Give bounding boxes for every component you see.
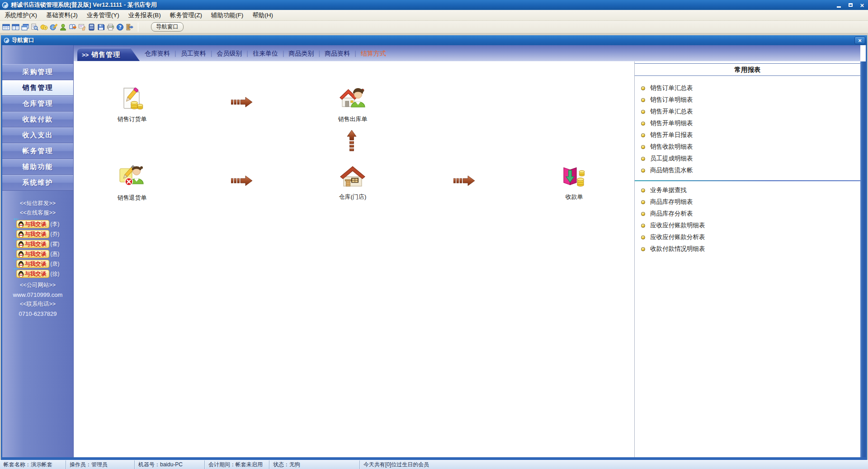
flow-node-label: 仓库(门店) bbox=[319, 193, 387, 201]
report-item[interactable]: 销售开单日报表 bbox=[635, 129, 860, 141]
speech-dots-icon bbox=[14, 268, 19, 272]
report-item-label: 商品销售流水帐 bbox=[650, 166, 693, 174]
status-operator: 操作员：管理员 bbox=[66, 460, 135, 469]
globe-edit-icon[interactable] bbox=[49, 22, 58, 33]
tab-link-warehouse-data[interactable]: 仓库资料 bbox=[142, 50, 179, 58]
online-service-link[interactable]: <<在线客服>> bbox=[2, 208, 73, 218]
book-export-icon[interactable] bbox=[68, 22, 77, 33]
menu-help[interactable]: 帮助(H) bbox=[248, 10, 278, 21]
qq-chat-button[interactable]: 与我交谈 bbox=[16, 250, 49, 258]
bullet-icon bbox=[641, 247, 645, 251]
bullet-icon bbox=[641, 200, 645, 204]
coins-icon[interactable] bbox=[39, 22, 49, 33]
bullet-icon bbox=[641, 133, 645, 137]
menu-business-management[interactable]: 业务管理(Y) bbox=[82, 10, 124, 21]
calculator-icon[interactable] bbox=[87, 22, 96, 33]
report-item[interactable]: 销售订单汇总表 bbox=[635, 82, 860, 94]
close-button[interactable]: × bbox=[856, 0, 868, 10]
hand-edit-icon[interactable] bbox=[77, 22, 87, 33]
bullet-icon bbox=[641, 145, 645, 149]
search-doc-icon[interactable] bbox=[30, 22, 39, 33]
speech-dots-icon bbox=[14, 258, 19, 262]
flow-node-warehouse-store[interactable]: 仓库(门店) bbox=[319, 165, 387, 201]
report-item[interactable]: 销售收款明细表 bbox=[635, 141, 860, 153]
minimize-button[interactable] bbox=[833, 0, 844, 10]
report-item-label: 销售开单日报表 bbox=[650, 131, 693, 139]
report-item[interactable]: 商品销售流水帐 bbox=[635, 164, 860, 176]
speech-dots-icon bbox=[14, 218, 19, 222]
report-item-label: 收款付款情况明细表 bbox=[650, 245, 705, 253]
windows-icon[interactable] bbox=[20, 22, 30, 33]
sidebar-item-system[interactable]: 系统维护 bbox=[2, 175, 73, 191]
window-title: 精诚书店连锁管理系统[普及版] Ver12.1111 - 某书店专用 bbox=[11, 1, 157, 9]
print-icon[interactable] bbox=[106, 22, 115, 33]
report-item[interactable]: 业务单据查找 bbox=[635, 184, 860, 196]
status-dongle-state: 状态：无狗 bbox=[269, 460, 360, 469]
qq-chat-button[interactable]: 与我交谈 bbox=[16, 230, 49, 238]
flow-node-sales-return[interactable]: 销售退货单 bbox=[98, 165, 166, 202]
flow-node-sales-outbound[interactable]: 销售出库单 bbox=[319, 86, 387, 123]
menu-base-data[interactable]: 基础资料(J) bbox=[42, 10, 82, 21]
grid-icon[interactable] bbox=[1, 22, 11, 33]
menu-business-reports[interactable]: 业务报表(B) bbox=[124, 10, 165, 21]
flow-node-receipt[interactable]: 收款单 bbox=[540, 165, 608, 201]
help-icon[interactable]: ? bbox=[115, 22, 125, 33]
report-item[interactable]: 商品库存明细表 bbox=[635, 196, 860, 208]
form-icon[interactable] bbox=[11, 22, 20, 33]
sales-order-icon bbox=[120, 86, 144, 112]
tab-sales-management[interactable]: >> 销售管理 bbox=[77, 48, 140, 61]
sidebar-item-income-expense[interactable]: 收入支出 bbox=[2, 127, 73, 143]
report-item[interactable]: 销售订单明细表 bbox=[635, 94, 860, 106]
reports-title: 常用报表 bbox=[635, 64, 860, 75]
tab-link-member-level[interactable]: 会员级别 bbox=[214, 50, 250, 58]
qq-contact-name: (乔) bbox=[51, 230, 60, 238]
report-item[interactable]: 收款付款情况明细表 bbox=[635, 243, 860, 255]
exit-icon[interactable] bbox=[125, 22, 134, 33]
save-icon[interactable] bbox=[96, 22, 106, 33]
qq-chat-button[interactable]: 与我交谈 bbox=[16, 240, 49, 248]
tab-link-product-data[interactable]: 商品资料 bbox=[322, 50, 359, 58]
user-icon[interactable] bbox=[58, 22, 68, 33]
report-item-label: 销售订单明细表 bbox=[650, 96, 693, 104]
report-item[interactable]: 商品库存分析表 bbox=[635, 208, 860, 220]
flow-node-sales-order[interactable]: 销售订货单 bbox=[98, 86, 166, 123]
menu-system-maintenance[interactable]: 系统维护(X) bbox=[0, 10, 42, 21]
sidebar-item-sales[interactable]: 销售管理 bbox=[2, 80, 73, 96]
qq-chat-button[interactable]: 与我交谈 bbox=[16, 220, 49, 228]
status-accounting-period: 会计期间：帐套未启用 bbox=[205, 460, 269, 469]
qq-chat-label: 与我交谈 bbox=[25, 250, 47, 258]
tab-link-partner-units[interactable]: 往来单位 bbox=[250, 50, 287, 58]
report-item[interactable]: 应收应付账款明细表 bbox=[635, 220, 860, 231]
bullet-icon bbox=[641, 169, 645, 173]
receipt-icon bbox=[561, 165, 587, 189]
maximize-button[interactable] bbox=[844, 0, 856, 10]
sidebar-item-purchase[interactable]: 采购管理 bbox=[2, 64, 73, 80]
menu-auxiliary[interactable]: 辅助功能(F) bbox=[207, 10, 248, 21]
qq-contact: 与我交谈 (徐) bbox=[2, 269, 73, 279]
bullet-icon bbox=[641, 212, 645, 216]
qq-chat-button[interactable]: 与我交谈 bbox=[16, 260, 49, 268]
report-item-label: 商品库存明细表 bbox=[650, 198, 693, 206]
tab-link-product-category[interactable]: 商品类别 bbox=[287, 50, 323, 58]
report-item[interactable]: 销售开单汇总表 bbox=[635, 106, 860, 117]
qq-chat-button[interactable]: 与我交谈 bbox=[16, 270, 49, 278]
qq-contact-name: (霍) bbox=[51, 240, 60, 248]
qq-contact: 与我交谈 (唐) bbox=[2, 259, 73, 269]
sidebar-item-warehouse[interactable]: 仓库管理 bbox=[2, 96, 73, 112]
nav-window-button[interactable]: 导航窗口 bbox=[151, 22, 184, 32]
sidebar-item-receipt-payment[interactable]: 收款付款 bbox=[2, 112, 73, 127]
report-item[interactable]: 员工提成明细表 bbox=[635, 153, 860, 164]
report-item[interactable]: 销售开单明细表 bbox=[635, 117, 860, 129]
sidebar-item-accounting[interactable]: 帐务管理 bbox=[2, 143, 73, 159]
tab-link-employee-data[interactable]: 员工资料 bbox=[179, 50, 215, 58]
report-item[interactable]: 应收应付账款分析表 bbox=[635, 231, 860, 243]
sms-broadcast-link[interactable]: <<短信群发>> bbox=[2, 199, 73, 208]
tab-link-settlement-method[interactable]: 结算方式 bbox=[359, 50, 388, 58]
svg-text:?: ? bbox=[118, 24, 121, 29]
menu-account-management[interactable]: 帐务管理(Z) bbox=[165, 10, 207, 21]
nav-close-button[interactable]: × bbox=[854, 37, 865, 44]
site-url-link[interactable]: www.0710999.com bbox=[2, 290, 73, 300]
sidebar-item-auxiliary[interactable]: 辅助功能 bbox=[2, 159, 73, 175]
company-site-link[interactable]: <<公司网站>> bbox=[2, 281, 73, 290]
bullet-icon bbox=[641, 157, 645, 161]
